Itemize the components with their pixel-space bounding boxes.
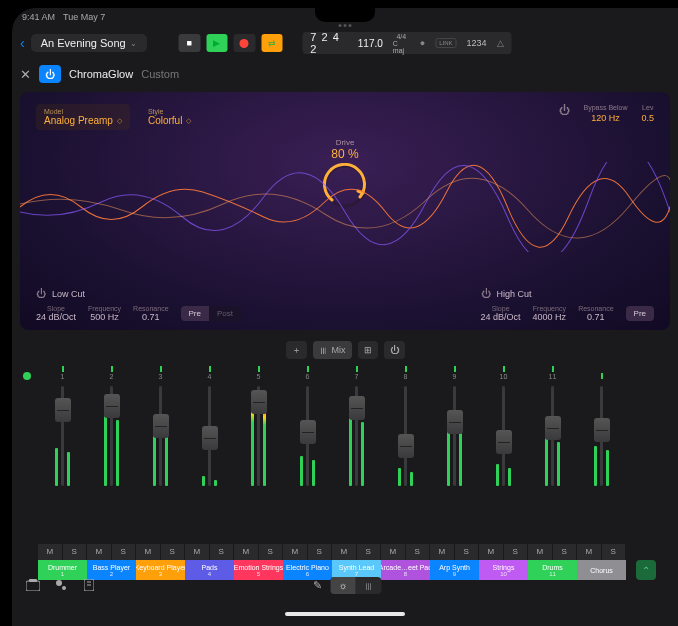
solo-button[interactable]: S (63, 544, 88, 560)
track-index[interactable]: 6 (283, 366, 332, 380)
mixer-power-button[interactable]: ⏻ (384, 341, 405, 359)
channel-strip: MSChorus (577, 382, 626, 580)
view-mode-segment[interactable]: ☼ ⫼ (330, 577, 381, 594)
solo-button[interactable]: S (455, 544, 480, 560)
plugin-preset[interactable]: Custom (141, 68, 179, 80)
mute-button[interactable]: M (185, 544, 210, 560)
fader-cap[interactable] (55, 398, 71, 422)
lowcut-resonance[interactable]: Resonance 0.71 (133, 305, 168, 322)
bypass-power-icon[interactable]: ⏻ (559, 104, 570, 123)
solo-button[interactable]: S (602, 544, 627, 560)
fader-cap[interactable] (104, 394, 120, 418)
model-selector[interactable]: Model Analog Preamp◇ (36, 104, 130, 130)
solo-button[interactable]: S (112, 544, 137, 560)
plugin-body: Model Analog Preamp◇ Style Colorful◇ ⏻ B… (20, 92, 670, 330)
lowcut-frequency[interactable]: Frequency 500 Hz (88, 305, 121, 322)
mute-button[interactable]: M (577, 544, 602, 560)
record-button[interactable] (234, 34, 256, 52)
lowcut-slope[interactable]: Slope 24 dB/Oct (36, 305, 76, 322)
highcut-power-icon[interactable]: ⏻ (481, 288, 491, 299)
track-index[interactable] (577, 373, 626, 380)
library-button[interactable] (24, 577, 42, 593)
mute-button[interactable]: M (136, 544, 161, 560)
fader-cap[interactable] (251, 390, 267, 414)
track-index[interactable]: 3 (136, 366, 185, 380)
solo-button[interactable]: S (553, 544, 578, 560)
track-index[interactable]: 2 (87, 366, 136, 380)
drive-value: 80 % (322, 147, 368, 161)
fader-cap[interactable] (300, 420, 316, 444)
solo-button[interactable]: S (210, 544, 235, 560)
quantize-button[interactable] (80, 577, 98, 593)
solo-button[interactable]: S (161, 544, 186, 560)
multitask-handle[interactable] (339, 24, 352, 27)
solo-button[interactable]: S (357, 544, 382, 560)
solo-button[interactable]: S (504, 544, 529, 560)
mute-button[interactable]: M (87, 544, 112, 560)
svg-point-4 (56, 580, 62, 586)
lcd-link[interactable]: LINK (435, 38, 456, 48)
mixer-toolbar: ＋ ⫼ Mix ⊞ ⏻ (12, 336, 678, 364)
fader-cap[interactable] (153, 414, 169, 438)
highcut-frequency[interactable]: Frequency 4000 Hz (533, 305, 567, 322)
track-index[interactable]: 9 (430, 366, 479, 380)
fader-cap[interactable] (594, 418, 610, 442)
track-index[interactable]: 4 (185, 366, 234, 380)
project-title-button[interactable]: An Evening Song ⌄ (31, 34, 147, 52)
mixer-icon[interactable]: ⫼ (356, 577, 382, 594)
lowcut-power-icon[interactable]: ⏻ (36, 288, 46, 299)
home-indicator[interactable] (285, 612, 405, 616)
fader-cap[interactable] (202, 426, 218, 450)
mute-button[interactable]: M (528, 544, 553, 560)
track-index[interactable]: 8 (381, 366, 430, 380)
pencil-tool-button[interactable]: ✎ (308, 577, 326, 593)
lcd-clock-icon: ● (420, 38, 425, 48)
mute-button[interactable]: M (381, 544, 406, 560)
play-button[interactable]: ▶ (206, 34, 228, 52)
level-control[interactable]: Lev 0.5 (641, 104, 654, 123)
solo-button[interactable]: S (308, 544, 333, 560)
bypass-below-control[interactable]: Bypass Below 120 Hz (584, 104, 628, 123)
track-index[interactable]: 11 (528, 366, 577, 380)
fader-cap[interactable] (545, 416, 561, 440)
track-index[interactable]: 10 (479, 366, 528, 380)
mute-button[interactable]: M (479, 544, 504, 560)
solo-button[interactable]: S (259, 544, 284, 560)
fader-cap[interactable] (447, 410, 463, 434)
add-track-button[interactable]: ＋ (286, 341, 307, 359)
track-index[interactable]: 7 (332, 366, 381, 380)
mixer-header-column (16, 382, 38, 580)
sun-icon[interactable]: ☼ (330, 577, 355, 594)
fader-cap[interactable] (398, 434, 414, 458)
style-selector[interactable]: Style Colorful◇ (140, 104, 199, 130)
channel-strip: MSBass Player2 (87, 382, 136, 580)
mute-button[interactable]: M (38, 544, 63, 560)
close-plugin-button[interactable]: ✕ (20, 67, 31, 82)
highcut-slope[interactable]: Slope 24 dB/Oct (481, 305, 521, 322)
lcd-display[interactable]: 7 2 4 2 117.0 4/4 C maj ● LINK 1234 △ (302, 32, 511, 54)
cycle-button[interactable]: ⇄ (261, 34, 283, 52)
fader-cap[interactable] (349, 396, 365, 420)
solo-button[interactable]: S (406, 544, 431, 560)
lowcut-title: Low Cut (52, 289, 85, 299)
track-index[interactable]: 5 (234, 366, 283, 380)
back-button[interactable]: ‹ (20, 35, 25, 51)
plugin-power-button[interactable]: ⏻ (39, 65, 61, 83)
mute-button[interactable]: M (332, 544, 357, 560)
metronome-icon[interactable]: △ (497, 38, 504, 48)
device-notch (315, 8, 375, 22)
fader-cap[interactable] (496, 430, 512, 454)
track-index[interactable]: 1 (38, 366, 87, 380)
highcut-prepost-toggle[interactable]: Pre (626, 306, 654, 321)
highcut-resonance[interactable]: Resonance 0.71 (578, 305, 613, 322)
mute-button[interactable]: M (283, 544, 308, 560)
mix-view-toggle[interactable]: ⫼ Mix (313, 341, 352, 359)
channel-strip: MSKeyboard Player3 (136, 382, 185, 580)
stop-button[interactable]: ■ (179, 34, 201, 52)
mute-button[interactable]: M (430, 544, 455, 560)
mute-button[interactable]: M (234, 544, 259, 560)
browser-button[interactable] (52, 577, 70, 593)
lowcut-prepost-toggle[interactable]: Pre Post (181, 306, 241, 321)
snap-button[interactable]: ⊞ (358, 341, 378, 359)
channel-strip: MSDrummer1 (38, 382, 87, 580)
